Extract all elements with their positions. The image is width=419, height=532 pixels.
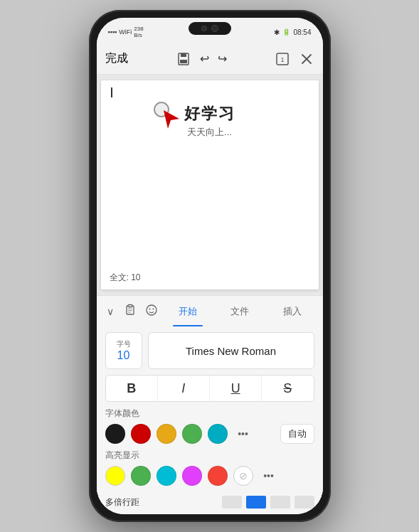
color-more-button[interactable]: ••• (233, 424, 253, 444)
color-black[interactable] (105, 424, 125, 444)
highlight-yellow[interactable] (105, 466, 125, 486)
phone-screen: ▪▪▪▪ WiFi 238B/s ✱ 🔋 08:54 完成 ↩ (97, 18, 323, 514)
color-green[interactable] (182, 424, 202, 444)
phone-frame: ▪▪▪▪ WiFi 238B/s ✱ 🔋 08:54 完成 ↩ (89, 10, 331, 522)
save-icon[interactable] (176, 51, 191, 67)
highlight-none[interactable]: ⊘ (233, 466, 253, 486)
status-left: ▪▪▪▪ WiFi 238B/s (108, 26, 144, 38)
status-right: ✱ 🔋 08:54 (274, 28, 311, 36)
font-size-value: 10 (117, 349, 130, 362)
svg-text:1: 1 (280, 56, 284, 63)
status-bar: ▪▪▪▪ WiFi 238B/s ✱ 🔋 08:54 (97, 18, 323, 43)
bluetooth-icon: ✱ (274, 28, 280, 36)
document-page[interactable]: 好学习 天天向上... 全文: 10 (101, 80, 319, 289)
line-spacing-row: 多倍行距 (105, 491, 314, 510)
done-button[interactable]: 完成 (105, 51, 128, 66)
highlight-color-row: ⊘ ••• (105, 466, 314, 486)
tab-begin[interactable]: 开始 (164, 296, 213, 326)
format-tab-bar: ∨ (97, 295, 323, 326)
line-ctrl-3[interactable] (270, 496, 290, 509)
word-count: 全文: 10 (110, 272, 141, 284)
underline-button[interactable]: U (210, 376, 262, 401)
highlight-red[interactable] (208, 466, 228, 486)
doc-text-area: 好学习 天天向上... (112, 89, 307, 139)
highlight-more-button[interactable]: ••• (259, 466, 279, 486)
camera-dot-main (211, 25, 218, 32)
redo-button[interactable]: ↪ (218, 52, 227, 65)
tab-insert[interactable]: 插入 (267, 296, 317, 326)
highlight-label: 高亮显示 (105, 449, 314, 462)
line-ctrl-4[interactable] (295, 496, 314, 509)
format-panel: 字号 10 Times New Roman B I U S 字体颜色 (97, 326, 323, 514)
camera-dot-left (201, 26, 207, 31)
bold-button[interactable]: B (106, 376, 158, 401)
close-icon[interactable] (299, 51, 314, 67)
line-spacing-label: 多倍行距 (105, 496, 139, 509)
font-row: 字号 10 Times New Roman (105, 332, 314, 369)
undo-button[interactable]: ↩ (200, 52, 209, 65)
svg-rect-1 (181, 53, 186, 57)
document-area: 好学习 天天向上... 全文: 10 (97, 75, 323, 295)
highlight-purple[interactable] (182, 466, 202, 486)
svg-point-14 (149, 308, 150, 309)
font-size-label: 字号 (117, 339, 131, 349)
time-display: 08:54 (293, 28, 311, 36)
clipboard-icon[interactable] (121, 304, 139, 319)
color-teal[interactable] (208, 424, 228, 444)
font-size-control[interactable]: 字号 10 (105, 332, 142, 369)
highlight-cyan[interactable] (157, 466, 176, 486)
font-name-selector[interactable]: Times New Roman (148, 332, 314, 369)
layout-icon[interactable]: 1 (275, 51, 290, 67)
strikethrough-button[interactable]: S (262, 376, 313, 401)
font-color-label: 字体颜色 (105, 408, 314, 420)
line-ctrl-2[interactable] (246, 496, 266, 509)
color-auto-button[interactable]: 自动 (280, 424, 314, 444)
color-gold[interactable] (157, 424, 176, 444)
bottom-panel: ∨ (97, 295, 323, 514)
document-title: 好学习 (184, 103, 235, 124)
tab-collapse-icon[interactable]: ∨ (102, 306, 118, 317)
svg-point-13 (147, 305, 157, 315)
emoji-icon[interactable] (142, 304, 161, 319)
app-toolbar: 完成 ↩ ↪ 1 (97, 43, 323, 75)
svg-point-15 (152, 308, 154, 309)
color-red[interactable] (131, 424, 151, 444)
font-color-row: ••• 自动 (105, 424, 314, 444)
signal-icon: ▪▪▪▪ (108, 28, 117, 36)
svg-rect-2 (180, 60, 187, 63)
wifi-icon: WiFi (119, 28, 132, 36)
battery-icon: 🔋 (282, 28, 290, 36)
line-spacing-controls (222, 496, 314, 509)
data-speed: 238B/s (134, 26, 143, 38)
camera-notch (189, 22, 231, 35)
document-subtitle: 天天向上... (187, 126, 232, 139)
tab-file[interactable]: 文件 (216, 296, 265, 326)
text-style-row: B I U S (105, 375, 314, 402)
svg-marker-7 (164, 110, 179, 129)
highlight-section: 高亮显示 ⊘ ••• (105, 449, 314, 486)
italic-button[interactable]: I (158, 376, 210, 401)
svg-rect-9 (128, 304, 132, 307)
line-ctrl-1[interactable] (222, 496, 242, 509)
highlight-green[interactable] (131, 466, 151, 486)
